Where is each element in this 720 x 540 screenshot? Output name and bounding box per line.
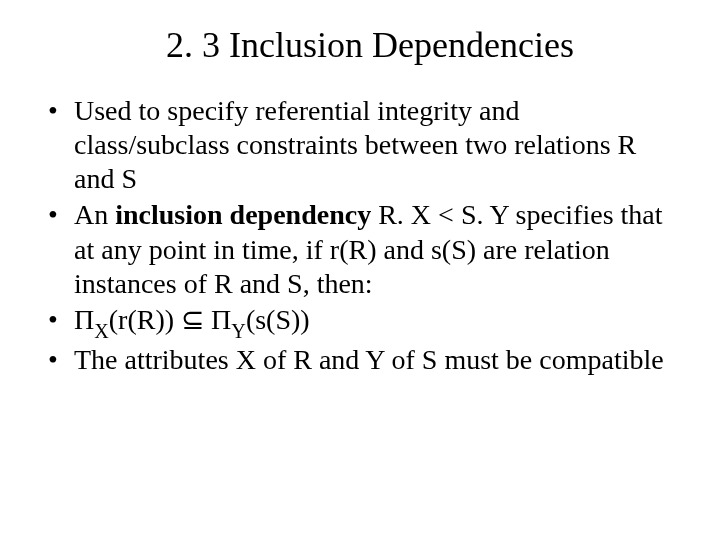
bullet-4: The attributes X of R and Y of S must be…: [40, 343, 674, 377]
bullet-3-mid2: (s(S)): [246, 304, 310, 335]
bullet-3-mid1: (r(R)): [109, 304, 181, 335]
bullet-3: ΠX(r(R)) ⊆ ΠY(s(S)): [40, 303, 674, 341]
bullet-2: An inclusion dependency R. X < S. Y spec…: [40, 198, 674, 300]
slide-title: 2. 3 Inclusion Dependencies: [36, 24, 684, 66]
pi-symbol-1: Π: [74, 304, 94, 335]
bullet-1: Used to specify referential integrity an…: [40, 94, 674, 196]
pi-symbol-2: Π: [211, 304, 231, 335]
slide: 2. 3 Inclusion Dependencies Used to spec…: [0, 0, 720, 540]
bullet-2-bold: inclusion dependency: [115, 199, 371, 230]
pi-sub-y: Y: [231, 320, 246, 342]
subset-symbol: ⊆: [181, 304, 204, 335]
bullet-2-pre: An: [74, 199, 115, 230]
pi-sub-x: X: [94, 320, 109, 342]
bullet-list: Used to specify referential integrity an…: [36, 94, 684, 377]
bullet-1-text: Used to specify referential integrity an…: [74, 95, 636, 194]
bullet-4-text: The attributes X of R and Y of S must be…: [74, 344, 664, 375]
